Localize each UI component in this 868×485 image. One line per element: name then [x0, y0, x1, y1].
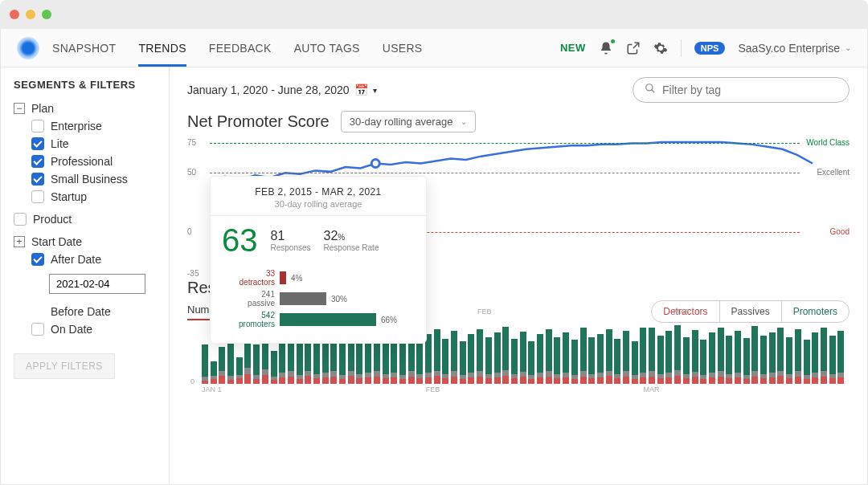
share-icon[interactable]	[626, 41, 641, 55]
checkbox-on[interactable]	[31, 323, 44, 336]
x-tick: FEB	[477, 308, 492, 316]
ref-line	[210, 143, 800, 144]
checkbox[interactable]	[31, 155, 44, 168]
stacked-col	[202, 344, 208, 384]
bell-icon[interactable]	[599, 41, 613, 55]
opt-enterprise[interactable]: Enterprise	[31, 120, 156, 132]
stacked-col	[821, 328, 827, 384]
select-value: 30-day rolling average	[350, 116, 453, 128]
topbar: SNAPSHOTTRENDSFEEDBACKAUTO TAGSUSERS NEW…	[1, 29, 867, 67]
rolling-avg-select[interactable]: 30-day rolling average ⌄	[341, 111, 477, 132]
calendar-icon: 📅	[354, 84, 368, 96]
stacked-col	[571, 340, 578, 384]
stacked-col	[313, 339, 320, 384]
segment-passives[interactable]: Passives	[720, 301, 782, 322]
stacked-col	[588, 337, 595, 384]
nav-auto-tags[interactable]: AUTO TAGS	[294, 30, 360, 67]
stacked-col	[537, 334, 543, 384]
app-logo[interactable]	[17, 37, 39, 59]
checkbox[interactable]	[31, 190, 44, 203]
stacked-y-zero: 0	[190, 377, 194, 385]
nav-snapshot[interactable]: SNAPSHOT	[52, 30, 116, 67]
sidebar: SEGMENTS & FILTERS − Plan EnterpriseLite…	[1, 67, 170, 484]
apply-filters-button[interactable]: APPLY FILTERS	[14, 353, 115, 379]
stacked-x-tick: JAN 1	[202, 385, 222, 393]
stacked-col	[606, 329, 612, 384]
stacked-col	[743, 338, 750, 384]
checkbox[interactable]	[31, 137, 44, 150]
tooltip-responses: 81Responses	[271, 229, 311, 252]
stacked-col	[271, 351, 277, 384]
stacked-col	[339, 343, 346, 384]
group-header-startdate[interactable]: + Start Date	[14, 235, 156, 248]
after-date-input[interactable]	[49, 274, 145, 294]
stacked-col	[709, 332, 715, 384]
nps-tooltip: FEB 2, 2015 - MAR 2, 2021 30-day rolling…	[210, 176, 427, 344]
stacked-col	[451, 331, 457, 384]
x-tick: MAR	[674, 308, 690, 316]
filter-group-plan: − Plan EnterpriseLiteProfessionalSmall B…	[14, 102, 156, 203]
product-row[interactable]: Product	[14, 213, 156, 226]
y-tick: 50	[187, 168, 196, 177]
after-label: After Date	[51, 253, 101, 266]
stacked-col	[623, 331, 629, 384]
stacked-col	[297, 341, 303, 384]
group-label: Start Date	[31, 235, 82, 248]
nav-users[interactable]: USERS	[383, 30, 423, 67]
stacked-col	[751, 326, 758, 384]
close-dot[interactable]	[10, 10, 19, 19]
stacked-col	[546, 329, 552, 384]
stacked-col	[614, 339, 620, 384]
account-menu[interactable]: SaaSy.co Enterprise ⌄	[738, 42, 851, 55]
opt-after-date[interactable]: After Date	[31, 253, 156, 266]
date-range-picker[interactable]: January 1, 2020 - June 28, 2020 📅 ▾	[187, 84, 377, 96]
stacked-col	[804, 340, 810, 384]
stacked-col	[236, 357, 243, 384]
stacked-col	[494, 332, 501, 384]
y-tick: -35	[187, 269, 199, 278]
segment-promoters[interactable]: Promoters	[782, 301, 849, 322]
stacked-col	[460, 341, 466, 384]
nps-header: Net Promoter Score 30-day rolling averag…	[187, 111, 850, 132]
stacked-col	[399, 341, 406, 384]
stacked-col	[812, 332, 818, 384]
opt-professional[interactable]: Professional	[31, 155, 156, 168]
control-row: January 1, 2020 - June 28, 2020 📅 ▾	[187, 77, 850, 103]
group-header-plan[interactable]: − Plan	[14, 102, 156, 115]
filter-group-startdate: + Start Date After Date Before Date	[14, 235, 156, 336]
stacked-col	[227, 337, 234, 384]
checkbox-product[interactable]	[14, 213, 27, 226]
tooltip-subtitle: 30-day rolling average	[219, 199, 418, 209]
checkbox[interactable]	[31, 173, 44, 185]
checkbox-after[interactable]	[31, 253, 44, 266]
chevron-down-icon: ⌄	[845, 43, 851, 52]
startdate-options: After Date Before Date On Date	[14, 253, 156, 336]
chevron-down-icon: ⌄	[461, 117, 467, 126]
stacked-col	[657, 336, 664, 384]
tooltip-range: FEB 2, 2015 - MAR 2, 2021	[219, 186, 418, 198]
sidebar-title: SEGMENTS & FILTERS	[14, 79, 156, 91]
opt-on-date[interactable]: On Date	[31, 323, 156, 336]
nav-feedback[interactable]: FEEDBACK	[209, 30, 272, 67]
stacked-col	[632, 341, 638, 384]
checkbox[interactable]	[31, 120, 44, 132]
nav-trends[interactable]: TRENDS	[138, 30, 186, 67]
on-label: On Date	[51, 323, 92, 336]
svg-point-0	[646, 84, 653, 91]
opt-startup[interactable]: Startup	[31, 190, 156, 203]
ref-label: Excellent	[817, 168, 850, 177]
tooltip-rate: 32%Response Rate	[324, 229, 379, 252]
tooltip-bar-row: 542promoters66%	[222, 311, 415, 328]
max-dot[interactable]	[42, 10, 51, 19]
stacked-col	[442, 339, 448, 384]
opt-lite[interactable]: Lite	[31, 137, 156, 150]
filter-by-tag[interactable]	[633, 77, 850, 103]
stacked-col	[528, 341, 534, 384]
tag-input[interactable]	[662, 84, 837, 96]
min-dot[interactable]	[26, 10, 35, 19]
stacked-col	[597, 334, 604, 384]
stacked-col	[700, 340, 706, 384]
opt-small-business[interactable]: Small Business	[31, 173, 156, 185]
gear-icon[interactable]	[653, 41, 668, 55]
caret-down-icon: ▾	[373, 86, 377, 95]
